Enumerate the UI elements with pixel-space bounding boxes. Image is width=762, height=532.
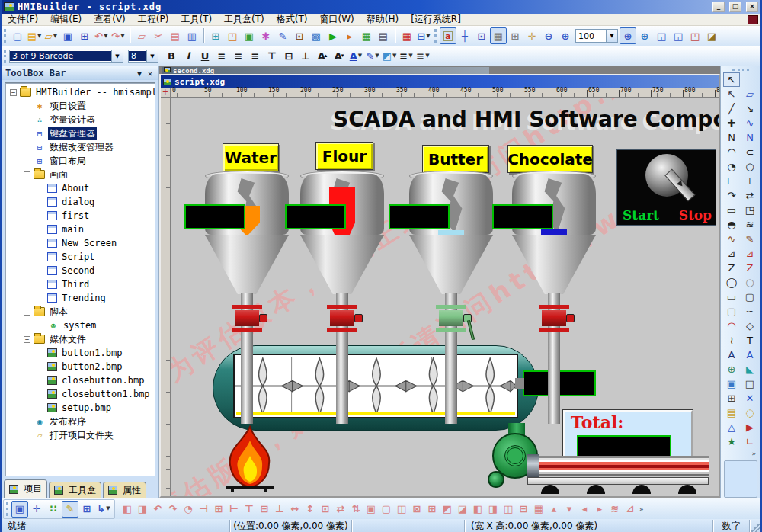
corner-tool-icon[interactable]: ∟	[741, 434, 758, 449]
export-mode-button[interactable]: ↳▼	[95, 501, 112, 518]
hopper-display-3[interactable]	[389, 204, 450, 229]
tree-item-closebutton-bmp[interactable]: closebutton.bmp	[7, 373, 155, 387]
toolbar-grip[interactable]	[4, 29, 6, 43]
hopper-butter[interactable]	[407, 171, 495, 349]
richtext-tool-icon[interactable]: A	[723, 348, 740, 362]
poly-point-tool-icon[interactable]: ◇	[741, 319, 758, 333]
zigzag2-tool-icon[interactable]: Z	[741, 261, 758, 275]
grid-button[interactable]: ▦	[490, 27, 507, 44]
align-left-button[interactable]: ≡	[213, 48, 230, 65]
snap-to-grid-button[interactable]: ⊞	[507, 27, 523, 44]
valve-handle[interactable]	[566, 314, 575, 322]
panel-tab-1[interactable]: 项目	[4, 479, 47, 498]
toolbar-overflow-icon[interactable]: »	[751, 450, 756, 457]
select-transform-button[interactable]: ▱	[133, 27, 150, 44]
polygon-z-tool-icon[interactable]: △	[723, 420, 740, 434]
align-left-edges-button[interactable]: ⊣	[196, 502, 211, 517]
grow-font-button[interactable]: A▴	[314, 48, 331, 65]
tree-item--[interactable]: ⊟键盘管理器	[7, 127, 155, 140]
show-handles-button[interactable]: ✛	[28, 501, 45, 518]
hopper-label-butter[interactable]: Butter	[422, 145, 489, 173]
new-project-button[interactable]: ▤▼	[26, 27, 43, 44]
mixer-tank[interactable]	[213, 345, 539, 431]
chevron-down-icon[interactable]: ▼	[408, 53, 412, 59]
dashed-circle-tool-icon[interactable]: ◌	[741, 405, 758, 420]
document-titlebar[interactable]: script.xdg	[161, 75, 719, 88]
nudge-down-button[interactable]: ▾	[562, 502, 577, 517]
valve-1[interactable]	[232, 305, 262, 332]
measure-button[interactable]: ◪	[703, 27, 720, 44]
blob-tool-icon[interactable]: ∽	[741, 304, 758, 319]
edit-image-button[interactable]: ▩	[308, 27, 325, 44]
square-tool-icon[interactable]: ▢	[741, 290, 758, 304]
pie-tool-icon[interactable]: ◔	[723, 159, 740, 174]
tree-item--[interactable]: −画面	[7, 168, 155, 181]
arc-tool-icon[interactable]: ◠	[723, 145, 740, 159]
fill-color-button[interactable]: ◩▼	[381, 48, 398, 65]
minimize-button[interactable]: _	[712, 2, 725, 12]
send-backward-button[interactable]: ◨	[485, 502, 501, 517]
font-size-combo[interactable]: 8 ▼	[128, 50, 158, 63]
valve-2[interactable]	[327, 305, 357, 332]
tree-item-third[interactable]: Third	[7, 277, 155, 291]
toolbar-grip[interactable]	[4, 50, 6, 63]
align-middle-button[interactable]: ⊟	[257, 502, 272, 517]
zoom-combo[interactable]: 100 ▼	[575, 29, 618, 43]
tree-item-main[interactable]: main	[7, 223, 155, 236]
draw-mode-button[interactable]: ✎	[62, 501, 78, 518]
ruler-origin-icon[interactable]: +	[161, 88, 171, 98]
unlock-button[interactable]: ⊞	[424, 502, 440, 517]
lasso-select-icon[interactable]: ▱	[741, 87, 758, 101]
flip-horizontal-button[interactable]: ◧	[120, 502, 135, 517]
hopper-label-chocolate[interactable]: Chocolate	[507, 145, 593, 173]
node-select-icon[interactable]: ↖	[723, 87, 740, 101]
regroup-button[interactable]: ◫	[394, 502, 409, 517]
shrink-font-button[interactable]: A▾	[331, 48, 347, 65]
zoom-dynamic-button[interactable]: ⊕	[636, 27, 653, 44]
polygon2-tool-icon[interactable]: ⊿	[741, 246, 758, 261]
tree-item--[interactable]: ▱打开项目文件夹	[7, 428, 155, 442]
chevron-down-icon[interactable]: ▼	[426, 34, 430, 39]
tree-item-new-screen[interactable]: New Screen	[7, 236, 155, 250]
tree-item-system[interactable]: ⊛system	[7, 319, 155, 332]
paste-button[interactable]: ▥	[184, 27, 200, 44]
polyline-edit-tool-icon[interactable]: N	[741, 130, 758, 145]
run-project-button[interactable]: ▸	[341, 27, 358, 44]
copy-button[interactable]: ▤	[167, 27, 184, 44]
same-height-button[interactable]: ↕	[303, 502, 318, 517]
wedge-tool-icon[interactable]: ◣	[741, 362, 758, 377]
callout-tool-icon[interactable]: ◳	[741, 203, 758, 217]
close-button[interactable]: ×	[746, 2, 758, 12]
chevron-down-icon[interactable]: ▼	[106, 506, 110, 511]
align-right-edges-button[interactable]: ⊢	[226, 502, 242, 517]
zoom-previous-button[interactable]: ◰	[687, 27, 703, 44]
resize-grip[interactable]	[750, 522, 760, 532]
tree-item--[interactable]: −脚本	[7, 305, 155, 319]
undo-button[interactable]: ↶▼	[93, 27, 110, 44]
font-color-button[interactable]: A▼	[347, 48, 364, 65]
tree-item-button2-bmp[interactable]: button2.bmp	[7, 360, 155, 373]
menu-item-3[interactable]: 查看(V)	[88, 13, 132, 26]
hopper-display-1[interactable]	[184, 204, 245, 229]
panel-close-icon[interactable]: ✕	[146, 69, 155, 78]
tree-expander-icon[interactable]: −	[24, 171, 30, 178]
outlet-pipe[interactable]	[527, 456, 709, 476]
cloud-tool-icon[interactable]: ≋	[741, 217, 758, 232]
menu-item-6[interactable]: 工具盒(T)	[218, 13, 271, 26]
arc2-tool-icon[interactable]: ⊂	[741, 145, 758, 159]
align-right-button[interactable]: ≡	[247, 48, 264, 65]
zoom-selection-button[interactable]: ◲	[670, 27, 687, 44]
tree-item--[interactable]: ∴变量设计器	[7, 113, 155, 127]
flame-icon[interactable]	[220, 425, 280, 492]
curve-arrow-tool-icon[interactable]: ↷	[723, 188, 740, 203]
image-tool-icon[interactable]: ▣	[723, 377, 740, 391]
rect-tool-icon[interactable]: ▭	[723, 290, 740, 304]
nudge-right-button[interactable]: ▸	[592, 502, 607, 517]
hdim-tool-icon[interactable]: ⊢	[723, 174, 740, 188]
rotate-left-button[interactable]: ↶	[150, 502, 165, 517]
edit-screen-button[interactable]: ⊡	[291, 27, 308, 44]
freehand-tool-icon[interactable]: ∿	[723, 232, 740, 246]
group-button[interactable]: ▣	[363, 502, 379, 517]
ellipse2-tool-icon[interactable]: ◯	[723, 275, 740, 290]
zoom-out-button[interactable]: ⊖	[540, 27, 557, 44]
